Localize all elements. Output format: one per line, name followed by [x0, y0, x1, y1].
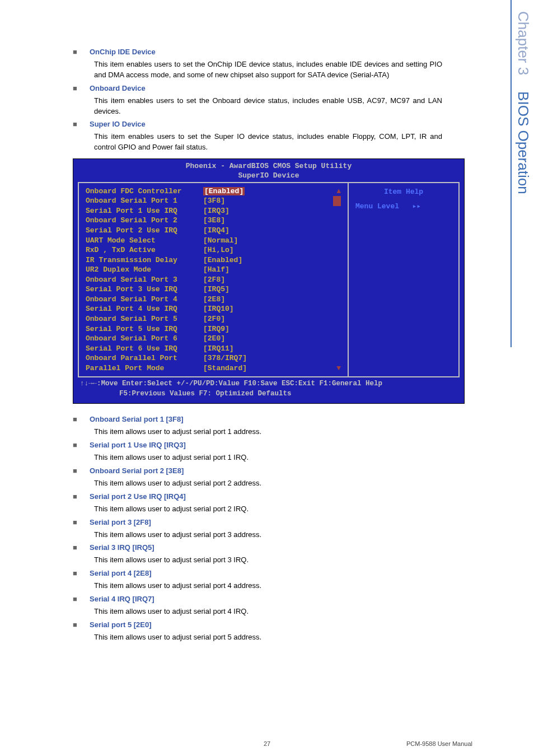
scrollbar-track [333, 334, 341, 344]
bullet-icon: ■ [73, 569, 79, 577]
bios-setting-value: [2E0] [203, 334, 225, 343]
scrollbar-track [333, 245, 341, 255]
scroll-arrow-icon: ▲ [333, 186, 341, 197]
bios-setting-row[interactable]: RxD , TxD Active[Hi,Lo] [86, 245, 341, 255]
section-body: This item enables users to set the OnChi… [94, 59, 442, 81]
bios-setting-value: [Normal] [203, 236, 238, 245]
scrollbar-track [333, 275, 341, 285]
page-number: 27 [264, 740, 270, 747]
section-title: Serial port 1 Use IRQ [IRQ3] [90, 441, 186, 449]
bios-setting-row[interactable]: Onboard Serial Port 5[2F0] [86, 314, 341, 324]
bios-header: Phoenix - AwardBIOS CMOS Setup Utility S… [73, 159, 464, 182]
bios-setting-value: [378/IRQ7] [203, 354, 247, 362]
bios-setting-row[interactable]: Onboard Parallel Port[378/IRQ7] [86, 353, 341, 363]
scrollbar-track [333, 216, 341, 226]
section-item: ■Onboard Device [73, 84, 442, 92]
scrollbar-track [333, 324, 341, 334]
section-title: OnChip IDE Device [90, 48, 156, 56]
section-item: ■OnChip IDE Device [73, 48, 442, 56]
bios-setting-value: [Standard] [203, 364, 247, 372]
side-tab-text: Chapter 3 BIOS Operation [514, 11, 532, 194]
section-body: This item enables users to set the Super… [94, 132, 442, 153]
section-item: ■Serial port 1 Use IRQ [IRQ3] [73, 441, 442, 449]
bios-setting-label: Serial Port 4 Use IRQ [86, 304, 203, 314]
bios-setting-label: Onboard Serial Port 2 [86, 216, 203, 226]
section-item: ■Onboard Serial port 2 [3E8] [73, 466, 442, 475]
bios-setting-value: [3F8] [203, 197, 225, 205]
section-item: ■Onboard Serial port 1 [3F8] [73, 415, 442, 423]
bios-setting-row[interactable]: Onboard Serial Port 4[2E8] [86, 295, 341, 305]
section-title: Onboard Serial port 2 [3E8] [90, 466, 184, 475]
bios-setting-value: [IRQ4] [203, 226, 229, 235]
bios-setting-row[interactable]: Serial Port 6 Use IRQ[IRQ11] [86, 344, 341, 354]
scrollbar-track [333, 226, 341, 236]
scrollbar-track [333, 196, 341, 206]
bios-footer-line2: F5:Previous Values F7: Optimized Default… [80, 389, 457, 399]
scrollbar-track [333, 314, 341, 324]
bios-setting-row[interactable]: Serial Port 1 Use IRQ[IRQ3] [86, 206, 341, 216]
scrollbar-track [333, 284, 341, 295]
bios-setting-row[interactable]: Onboard Serial Port 2[3E8] [86, 216, 341, 226]
bios-setting-label: UART Mode Select [86, 236, 203, 246]
scrollbar-track [333, 265, 341, 275]
bios-setting-label: Serial Port 5 Use IRQ [86, 324, 203, 334]
section-item: ■Serial port 5 [2E0] [73, 620, 442, 629]
section-body: This item allows user to adjust serial p… [94, 427, 442, 437]
bios-setting-row[interactable]: Serial Port 2 Use IRQ[IRQ4] [86, 226, 341, 236]
section-title: Serial port 3 [2F8] [90, 518, 151, 526]
scrollbar-track [333, 255, 341, 265]
scrollbar-track [333, 236, 341, 246]
section-body: This item allows user to adjust serial p… [94, 632, 442, 643]
bios-setting-value: [IRQ10] [203, 305, 234, 313]
bios-setting-value: [IRQ3] [203, 207, 229, 215]
bios-setting-row[interactable]: Onboard Serial Port 3[2F8] [86, 275, 341, 285]
bullet-icon: ■ [73, 120, 79, 128]
bios-setting-row[interactable]: Onboard FDC Controller[Enabled]▲ [86, 186, 341, 197]
section-body: This item allows user to adjust serial p… [94, 478, 442, 489]
bios-setting-value: [Hi,Lo] [203, 246, 234, 254]
bios-setting-label: IR Transmission Delay [86, 255, 203, 265]
bios-setting-label: Onboard Serial Port 1 [86, 196, 203, 206]
bios-setting-label: Onboard Serial Port 5 [86, 314, 203, 324]
section-title: Serial port 2 Use IRQ [IRQ4] [90, 492, 186, 501]
bios-setting-row[interactable]: Serial Port 4 Use IRQ[IRQ10] [86, 304, 341, 314]
bios-setting-row[interactable]: Serial Port 5 Use IRQ[IRQ9] [86, 324, 341, 334]
item-help-title: Item Help [355, 188, 452, 196]
bios-setting-row[interactable]: Onboard Serial Port 1[3F8] [86, 196, 341, 206]
manual-name: PCM-9588 User Manual [406, 740, 472, 747]
section-title: Onboard Device [90, 84, 146, 92]
bios-setting-label: UR2 Duplex Mode [86, 265, 203, 275]
bullet-icon: ■ [73, 518, 79, 526]
scrollbar-track [333, 295, 341, 305]
bios-setting-value: [Enabled] [203, 187, 245, 195]
menu-level-icon: ▸▸ [404, 202, 421, 211]
side-tab: Chapter 3 BIOS Operation [510, 0, 534, 347]
section-title: Serial port 5 [2E0] [90, 620, 152, 629]
section-title: Serial 4 IRQ [IRQ7] [90, 595, 154, 603]
scrollbar-track [333, 353, 341, 363]
section-title: Serial 3 IRQ [IRQ5] [90, 543, 154, 552]
bios-setting-label: Onboard Serial Port 3 [86, 275, 203, 285]
section-item: ■Serial port 2 Use IRQ [IRQ4] [73, 492, 442, 501]
bios-setting-row[interactable]: Serial Port 3 Use IRQ[IRQ5] [86, 284, 341, 295]
bios-setting-label: Serial Port 1 Use IRQ [86, 206, 203, 216]
bios-setting-row[interactable]: IR Transmission Delay[Enabled] [86, 255, 341, 265]
bullet-icon: ■ [73, 466, 79, 475]
bullet-icon: ■ [73, 84, 79, 92]
bios-setting-label: Onboard FDC Controller [86, 186, 203, 197]
bios-footer-line1: ↑↓→←:Move Enter:Select +/-/PU/PD:Value F… [80, 379, 457, 389]
scroll-arrow-icon: ▼ [333, 363, 341, 374]
bios-setting-row[interactable]: Parallel Port Mode[Standard]▼ [86, 363, 341, 374]
bullet-icon: ■ [73, 48, 79, 56]
bios-setting-row[interactable]: UART Mode Select[Normal] [86, 236, 341, 246]
bios-settings-list: Onboard FDC Controller[Enabled]▲Onboard … [78, 183, 348, 376]
section-item: ■Serial 4 IRQ [IRQ7] [73, 595, 442, 603]
bios-setting-row[interactable]: UR2 Duplex Mode[Half] [86, 265, 341, 275]
section-body: This item allows user to adjust serial p… [94, 606, 442, 617]
page-content: ■OnChip IDE DeviceThis item enables user… [0, 0, 498, 643]
bios-setting-value: [2F8] [203, 276, 225, 284]
bios-setting-label: Onboard Serial Port 4 [86, 295, 203, 305]
scrollbar-track [333, 344, 341, 354]
bios-setting-row[interactable]: Onboard Serial Port 6[2E0] [86, 334, 341, 344]
bios-setting-value: [2E8] [203, 295, 225, 304]
